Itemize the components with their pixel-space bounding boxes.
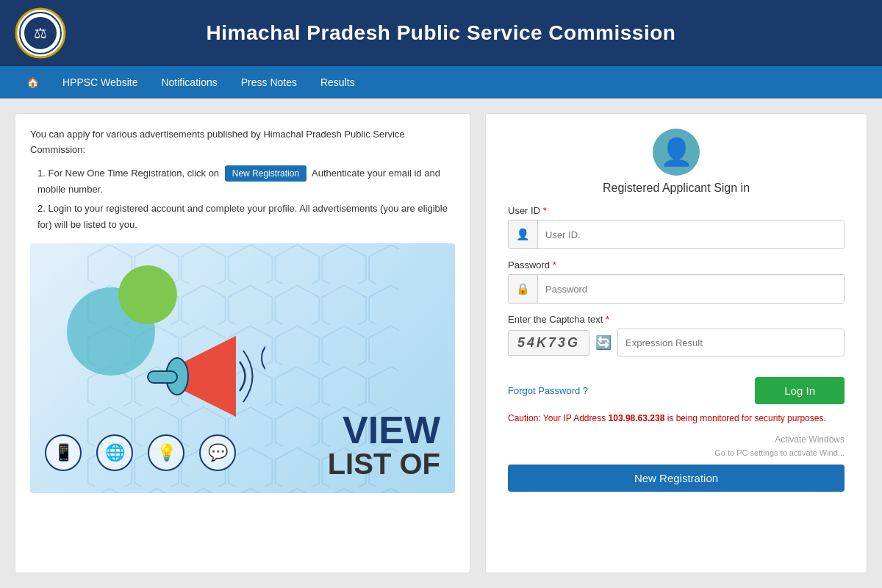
captcha-label: Enter the Captcha text * [508, 314, 845, 325]
nav-results[interactable]: Results [309, 66, 367, 98]
sign-in-header: 👤 Registered Applicant Sign in [508, 129, 845, 195]
password-group: Password * 🔒 [508, 259, 845, 304]
new-registration-btn[interactable]: New Registration [508, 465, 845, 492]
user-avatar-icon: 👤 [660, 137, 693, 168]
list-item-2: Login to your registered account and com… [37, 201, 455, 233]
banner-area: 📱 🌐 💡 💬 [30, 243, 455, 493]
user-id-icon: 👤 [509, 220, 538, 248]
password-input[interactable] [538, 275, 844, 303]
captcha-required: * [606, 314, 609, 325]
nav-notifications[interactable]: Notifications [149, 66, 229, 98]
user-id-input[interactable] [538, 220, 844, 248]
activate-windows-text: Activate Windows [775, 434, 845, 445]
intro-text: You can apply for various advertisements… [30, 127, 455, 158]
list-item-1: For New One Time Registration, click on … [37, 165, 455, 198]
password-required: * [553, 259, 556, 270]
user-id-label: User ID * [508, 205, 845, 216]
avatar-circle: 👤 [653, 129, 700, 176]
svg-point-9 [262, 340, 265, 376]
home-icon: 🏠 [26, 76, 39, 88]
password-input-wrapper: 🔒 [508, 274, 845, 304]
activate-windows-sub: Go to PC settings to activate Wind... [714, 448, 845, 457]
login-btn[interactable]: Log In [755, 377, 845, 404]
list-of-label: LIST OF [328, 449, 440, 478]
nav-home[interactable]: 🏠 [15, 66, 51, 98]
user-id-required: * [543, 205, 547, 216]
password-label: Password * [508, 259, 845, 270]
ip-address: 103.98.63.238 [609, 413, 665, 423]
view-label: VIEW [328, 411, 440, 449]
main-content: You can apply for various advertisements… [0, 98, 882, 588]
forgot-login-row: Forgot Password ? Log In [508, 377, 845, 404]
svg-text:⚖: ⚖ [34, 25, 47, 41]
megaphone-area: ⚙ 🔍 [118, 321, 265, 456]
password-icon: 🔒 [509, 275, 538, 303]
caution-text: Caution: Your IP Address 103.98.63.238 i… [508, 412, 845, 425]
right-panel: 👤 Registered Applicant Sign in User ID *… [485, 113, 867, 573]
svg-rect-8 [148, 371, 177, 383]
info-list: For New One Time Registration, click on … [30, 165, 455, 233]
nav-press-notes[interactable]: Press Notes [229, 66, 309, 98]
site-header: ⚖ Himachal Pradesh Public Service Commis… [0, 0, 882, 66]
captcha-input[interactable] [617, 329, 845, 356]
phone-icon: 📱 [45, 434, 82, 471]
captcha-group: Enter the Captcha text * 54K73G 🔄 [508, 314, 845, 356]
captcha-refresh-btn[interactable]: 🔄 [595, 334, 612, 351]
sign-in-title: Registered Applicant Sign in [603, 182, 750, 195]
activate-windows-area: Activate Windows Go to PC settings to ac… [508, 432, 845, 459]
new-registration-inline-btn[interactable]: New Registration [225, 165, 306, 182]
forgot-password-link[interactable]: Forgot Password ? [508, 385, 588, 396]
blob-green [118, 265, 177, 324]
site-logo: ⚖ [15, 7, 66, 59]
nav-hppsc-website[interactable]: HPPSC Website [51, 66, 149, 98]
left-panel: You can apply for various advertisements… [15, 113, 470, 573]
user-id-group: User ID * 👤 [508, 205, 845, 249]
megaphone-svg: ⚙ 🔍 [118, 321, 265, 453]
captcha-value: 54K73G [508, 330, 589, 356]
user-id-input-wrapper: 👤 [508, 220, 845, 249]
main-navbar: 🏠 HPPSC Website Notifications Press Note… [0, 66, 882, 98]
view-list-text: VIEW LIST OF [328, 411, 440, 478]
captcha-row: 54K73G 🔄 [508, 329, 845, 356]
site-title: Himachal Pradesh Public Service Commissi… [207, 21, 676, 45]
